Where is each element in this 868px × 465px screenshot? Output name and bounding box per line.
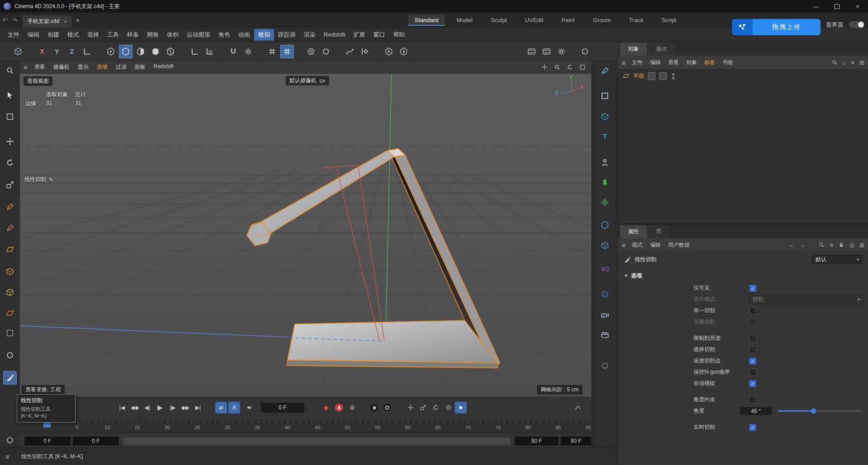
goto-end-button[interactable]: ▶|	[192, 402, 204, 413]
point-mode-icon[interactable]	[134, 45, 147, 58]
quantize-icon[interactable]	[265, 45, 279, 58]
layout-tab-Standard[interactable]: Standard	[408, 14, 445, 26]
viewport-3d-scene[interactable]: Y X Z	[20, 74, 591, 397]
sketch-pen-icon[interactable]	[3, 221, 17, 235]
checkbox-限制到所选[interactable]	[749, 335, 756, 342]
next-key-button[interactable]: ◆▶	[179, 402, 192, 413]
current-frame-marker[interactable]	[43, 422, 51, 427]
menu-模拟[interactable]: 模拟	[254, 29, 274, 41]
fcurve-mode-icon[interactable]	[571, 402, 584, 413]
menu-角色[interactable]: 角色	[214, 29, 234, 41]
menu-体积[interactable]: 体积	[163, 29, 183, 41]
playback-mode-toggle[interactable]: A	[228, 402, 240, 413]
play-button[interactable]: ▶	[154, 402, 166, 413]
am-menu-模式[interactable]: 模式	[628, 240, 646, 250]
scale-tool-icon[interactable]	[3, 178, 17, 192]
object-coordinates-icon[interactable]	[319, 45, 333, 58]
tweak-tool-icon[interactable]	[3, 243, 17, 256]
menu-文件[interactable]: 文件	[4, 29, 24, 41]
checkbox-角度约束[interactable]	[749, 396, 756, 404]
am-back-icon[interactable]: ←	[789, 242, 795, 249]
vp-menu-摄像机[interactable]: 摄像机	[49, 62, 74, 72]
vp-menu-面板[interactable]: 面板	[131, 62, 150, 72]
record-keyframe-button[interactable]: ◆	[320, 402, 332, 413]
snap-magnet-icon[interactable]	[226, 45, 240, 58]
vp-pan-icon[interactable]	[539, 62, 550, 72]
axis-mode-icon[interactable]	[164, 45, 177, 58]
am-search-icon[interactable]	[818, 242, 825, 248]
preview-start-field[interactable]: 0 F	[73, 437, 119, 446]
viewport-canvas-area[interactable]: Y X Z 透视视图 默认摄像机 选取对象 总计 边缘 31 3	[20, 74, 591, 397]
visibility-dot-render[interactable]	[672, 77, 675, 79]
pen-tool-icon[interactable]	[3, 200, 17, 214]
menu-Redshift[interactable]: Redshift	[320, 29, 349, 40]
solo-off-button[interactable]	[369, 403, 379, 413]
render-settings-icon[interactable]	[555, 45, 568, 58]
range-end-field[interactable]: 90 F	[561, 437, 591, 446]
status-menu-icon[interactable]: ≡	[5, 453, 9, 460]
close-tab-icon[interactable]: ×	[64, 18, 67, 25]
angle-slider[interactable]	[778, 408, 862, 414]
preset-dropdown[interactable]: 默认 ▾	[812, 255, 863, 264]
magnify-icon[interactable]	[3, 64, 17, 77]
spline-primitive-icon[interactable]	[598, 89, 612, 103]
render-safe-icon[interactable]	[397, 45, 410, 58]
menu-动画[interactable]: 动画	[234, 29, 254, 41]
sound-toggle[interactable]	[244, 402, 256, 413]
upload-button[interactable]: 拖拽上传	[732, 19, 821, 35]
mograph-text-icon[interactable]: T	[598, 130, 612, 143]
material-icon[interactable]	[598, 359, 612, 372]
vp-menu-显示[interactable]: 显示	[74, 62, 93, 72]
vp-maximize-icon[interactable]	[577, 62, 588, 72]
tab-takes[interactable]: 场次	[648, 42, 675, 56]
symmetry-tool-icon[interactable]	[3, 326, 17, 340]
stage-icon[interactable]	[598, 328, 612, 342]
polygon-mode-icon[interactable]	[149, 45, 162, 58]
checkbox-选择切割[interactable]	[749, 346, 756, 353]
vp-zoom-icon[interactable]	[552, 62, 562, 72]
angle-value-field[interactable]: 45 °	[740, 407, 772, 415]
vp-menu-Redshift[interactable]: Redshift	[150, 62, 178, 72]
undo-icon[interactable]: ↶	[0, 17, 10, 24]
menu-跟踪器[interactable]: 跟踪器	[274, 29, 300, 41]
stand-base-top[interactable]	[288, 320, 497, 363]
playback-loop-toggle[interactable]: ⇄	[215, 402, 227, 413]
redo-icon[interactable]: ↷	[10, 17, 20, 24]
move-tool-icon[interactable]	[3, 135, 17, 148]
preview-end-field[interactable]: 90 F	[515, 437, 558, 446]
workplane-lock-icon[interactable]	[203, 45, 216, 58]
menu-工具[interactable]: 工具	[103, 29, 123, 41]
bevel-tool-icon[interactable]	[3, 286, 17, 299]
lock-x-icon[interactable]: X	[35, 45, 49, 58]
edge-mode-icon[interactable]	[119, 45, 132, 58]
checkbox-自动捕捉[interactable]: ✓	[749, 380, 756, 387]
menu-扩展[interactable]: 扩展	[349, 29, 369, 41]
checkbox-仅可见[interactable]: ✓	[749, 285, 756, 292]
model-mode-icon[interactable]	[104, 45, 118, 58]
menu-选择[interactable]: 选择	[83, 29, 103, 41]
scene-tree-icon[interactable]	[598, 175, 612, 189]
quantize-enabled-icon[interactable]	[280, 45, 294, 58]
interactive-render-region-icon[interactable]	[578, 45, 592, 58]
extrude-tool-icon[interactable]	[3, 265, 17, 278]
solo-selection-button[interactable]	[382, 403, 392, 413]
rectangle-selection-icon[interactable]	[3, 110, 17, 123]
options-section-header[interactable]: 选项	[618, 267, 868, 282]
keying-settings-button[interactable]	[346, 402, 359, 413]
am-menu-icon[interactable]: ≡	[622, 241, 626, 249]
om-menu-文件[interactable]: 文件	[628, 57, 646, 68]
dynamics-icon[interactable]	[598, 287, 612, 301]
om-menu-编辑[interactable]: 编辑	[646, 57, 665, 68]
am-menu-用户数据[interactable]: 用户数据	[665, 240, 693, 250]
camera-icon[interactable]	[598, 308, 612, 322]
field-icon[interactable]	[598, 262, 612, 276]
vp-menu-选项[interactable]: 选项	[93, 62, 112, 72]
menu-网格[interactable]: 网格	[143, 29, 163, 41]
tool-options-icon[interactable]	[358, 45, 372, 58]
coord-system-icon[interactable]	[80, 45, 94, 58]
timeline-ruler[interactable]: 51015202530354045505560657075808590	[20, 420, 591, 433]
next-frame-button[interactable]: |▶	[166, 402, 179, 413]
checkbox-单一切割[interactable]	[749, 307, 756, 315]
om-expand-icon[interactable]: ⊞	[859, 59, 864, 66]
selection-tag-icon[interactable]	[659, 72, 667, 80]
